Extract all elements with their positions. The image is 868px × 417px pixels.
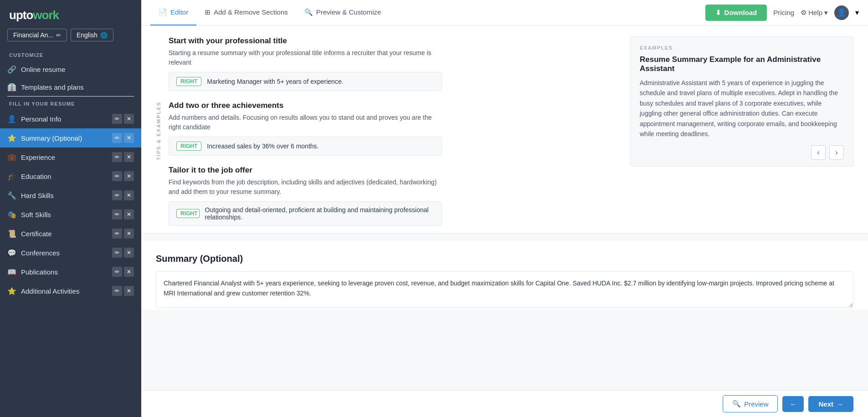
sidebar-item-templates[interactable]: 👔 Templates and plans (0, 78, 141, 96)
edit-certificate-button[interactable]: ✏ (112, 229, 122, 239)
summary-section: Summary (Optional) (141, 241, 868, 310)
edit-hard-skills-button[interactable]: ✏ (112, 190, 122, 200)
delete-hard-skills-button[interactable]: ✕ (124, 190, 134, 200)
sidebar-item-soft-skills[interactable]: 🎭 Soft Skills ✏ ✕ (0, 205, 141, 224)
tip-title-3: Tailor it to the job offer (169, 166, 442, 175)
next-button[interactable]: Next → (808, 396, 853, 412)
tips-content: Start with your professional title Start… (169, 36, 442, 226)
sidebar-item-label: Hard Skills (21, 192, 54, 199)
sidebar-item-personal-info[interactable]: 👤 Personal Info ✏ ✕ (0, 109, 141, 128)
delete-certificate-button[interactable]: ✕ (124, 229, 134, 239)
sidebar-item-summary[interactable]: ⭐ Summary (Optional) ✏ ✕ (0, 128, 141, 147)
sidebar-item-education[interactable]: 🎓 Education ✏ ✕ (0, 167, 141, 186)
pricing-link[interactable]: Pricing (773, 9, 794, 16)
edit-publications-button[interactable]: ✏ (112, 267, 122, 277)
globe-icon: 🌐 (100, 32, 108, 39)
avatar[interactable]: 👤 (834, 5, 849, 20)
sidebar-item-label: Online resume (21, 66, 66, 73)
back-icon: ← (790, 400, 796, 408)
examples-prev-button[interactable]: ‹ (811, 145, 826, 160)
user-chevron-icon: ▾ (855, 8, 859, 17)
examples-panel: EXAMPLES Resume Summary Example for an A… (630, 36, 853, 167)
sidebar-item-hard-skills[interactable]: 🔧 Hard Skills ✏ ✕ (0, 186, 141, 205)
tab-preview-customize[interactable]: 🔍 Preview & Customize (296, 0, 390, 26)
examples-next-button[interactable]: › (829, 145, 844, 160)
language-label: English (77, 31, 98, 39)
wrench-icon: 🔧 (7, 191, 16, 200)
sidebar-item-certificate[interactable]: 📜 Certificate ✏ ✕ (0, 224, 141, 243)
resume-name-label: Financial An... (13, 31, 53, 39)
bottom-bar: 🔍 Preview ← Next → (141, 390, 868, 417)
preview-tab-icon: 🔍 (304, 8, 313, 16)
help-chevron-icon: ▾ (824, 9, 828, 17)
preview-button[interactable]: 🔍 Preview (723, 395, 778, 412)
theater-icon: 🎭 (7, 210, 16, 219)
download-icon: ⬇ (715, 9, 721, 17)
examples-label: EXAMPLES (640, 45, 844, 51)
topbar-tabs: 📄 Editor ⊞ Add & Remove Sections 🔍 Previ… (150, 0, 389, 25)
summary-textarea[interactable] (156, 271, 853, 308)
edit-soft-skills-button[interactable]: ✏ (112, 209, 122, 219)
edit-additional-button[interactable]: ✏ (112, 286, 122, 296)
chat-icon: 💬 (7, 249, 16, 257)
tip-block-3: Tailor it to the job offer Find keywords… (169, 166, 442, 226)
sidebar-item-label: Additional Activities (21, 287, 79, 295)
tip-desc-1: Starting a resume summary with your prof… (169, 48, 442, 67)
edit-summary-button[interactable]: ✏ (112, 133, 122, 143)
tab-add-remove-label: Add & Remove Sections (214, 8, 288, 16)
resume-name-button[interactable]: Financial An... ✏ (7, 29, 67, 41)
sidebar-item-conferences[interactable]: 💬 Conferences ✏ ✕ (0, 243, 141, 262)
tip-block-2: Add two or three achievements Add number… (169, 101, 442, 156)
preview-icon: 🔍 (732, 400, 741, 408)
tip-example-text-2: Increased sales by 36% over 6 months. (207, 142, 318, 150)
tab-editor[interactable]: 📄 Editor (150, 0, 196, 26)
delete-personal-info-button[interactable]: ✕ (124, 114, 134, 124)
editor-tab-icon: 📄 (159, 8, 167, 16)
tip-example-2: RIGHT Increased sales by 36% over 6 mont… (169, 137, 442, 156)
edit-conferences-button[interactable]: ✏ (112, 248, 122, 258)
delete-publications-button[interactable]: ✕ (124, 267, 134, 277)
person-icon: 👤 (7, 115, 16, 123)
right-badge-1: RIGHT (176, 77, 201, 86)
tips-wrapper: TIPS & EXAMPLES Start with your professi… (141, 25, 868, 234)
language-button[interactable]: English 🌐 (71, 29, 113, 41)
sidebar-item-online-resume[interactable]: 🔗 Online resume (0, 61, 141, 78)
customize-section-label: CUSTOMIZE (0, 48, 141, 61)
scroll-icon: 📜 (7, 229, 16, 238)
main-area: 📄 Editor ⊞ Add & Remove Sections 🔍 Previ… (141, 0, 868, 417)
tip-desc-2: Add numbers and details. Focusing on res… (169, 113, 442, 132)
topbar: 📄 Editor ⊞ Add & Remove Sections 🔍 Previ… (141, 0, 868, 25)
delete-experience-button[interactable]: ✕ (124, 152, 134, 162)
sidebar-item-publications[interactable]: 📖 Publications ✏ ✕ (0, 262, 141, 281)
sidebar-item-label: Soft Skills (21, 211, 51, 219)
sidebar-controls: Financial An... ✏ English 🌐 (0, 29, 141, 48)
edit-experience-button[interactable]: ✏ (112, 152, 122, 162)
tab-add-remove[interactable]: ⊞ Add & Remove Sections (196, 0, 296, 26)
back-button[interactable]: ← (782, 396, 804, 412)
next-icon: → (837, 400, 843, 408)
sidebar-item-additional[interactable]: ⭐ Additional Activities ✏ ✕ (0, 281, 141, 300)
edit-education-button[interactable]: ✏ (112, 171, 122, 181)
delete-conferences-button[interactable]: ✕ (124, 248, 134, 258)
right-badge-2: RIGHT (176, 142, 201, 151)
additional-icon: ⭐ (7, 287, 16, 295)
delete-education-button[interactable]: ✕ (124, 171, 134, 181)
graduation-icon: 🎓 (7, 172, 16, 181)
delete-soft-skills-button[interactable]: ✕ (124, 209, 134, 219)
edit-personal-info-button[interactable]: ✏ (112, 114, 122, 124)
tip-example-1: RIGHT Marketing Manager with 5+ years of… (169, 72, 442, 91)
tip-example-text-1: Marketing Manager with 5+ years of exper… (207, 78, 343, 85)
tip-example-3: RIGHT Outgoing and detail-oriented, prof… (169, 201, 442, 226)
delete-summary-button[interactable]: ✕ (124, 133, 134, 143)
templates-icon: 👔 (7, 83, 16, 92)
book-icon: 📖 (7, 268, 16, 276)
delete-additional-button[interactable]: ✕ (124, 286, 134, 296)
download-button[interactable]: ⬇ Download (705, 5, 767, 21)
sidebar-item-label: Templates and plans (21, 83, 84, 91)
sidebar-item-experience[interactable]: 💼 Experience ✏ ✕ (0, 147, 141, 167)
star-icon: ⭐ (7, 134, 16, 142)
help-link[interactable]: ⚙ Help ▾ (801, 9, 828, 17)
tip-block-1: Start with your professional title Start… (169, 36, 442, 91)
sidebar-item-label: Experience (21, 153, 55, 161)
avatar-icon: 👤 (837, 8, 846, 17)
